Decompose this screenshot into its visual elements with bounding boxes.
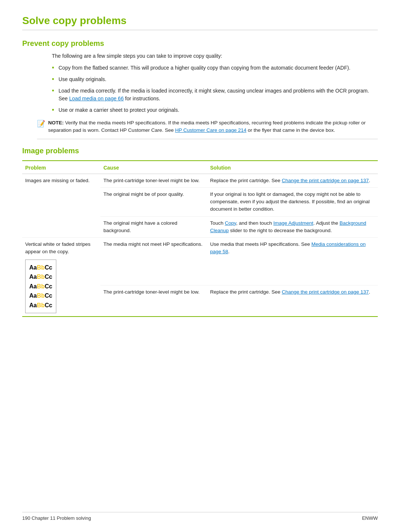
- problem-cell-1: Images are missing or faded.: [22, 174, 100, 238]
- section1-heading: Prevent copy problems: [22, 39, 378, 48]
- sol2-text-before: Use media that meets HP specifications. …: [210, 241, 311, 247]
- change-cartridge-link-1[interactable]: Change the print cartridge on page 137: [282, 178, 369, 183]
- font-sample-box: AaBbCc AaBbCc AaBbCc AaBbCc AaBbCc: [25, 260, 56, 314]
- table-row: Vertical white or faded stripes appear o…: [22, 238, 378, 285]
- problem-cell-2: Vertical white or faded stripes appear o…: [22, 238, 100, 317]
- page-footer: 190 Chapter 11 Problem solving ENWW: [22, 512, 378, 521]
- col-header-problem: Problem: [22, 161, 100, 174]
- col-header-solution: Solution: [207, 161, 378, 174]
- sol-text-4: slider to the right to decrease the back…: [229, 228, 331, 233]
- section-prevent-copy-problems: Prevent copy problems The following are …: [22, 39, 378, 139]
- solution-cell-1-1: Replace the print cartridge. See Change …: [207, 174, 378, 187]
- copy-link[interactable]: Copy: [225, 220, 236, 226]
- solution-cell-1-3: Touch Copy, and then touch Image Adjustm…: [207, 216, 378, 238]
- section1-intro: The following are a few simple steps you…: [52, 53, 378, 59]
- section-image-problems: Image problems Problem Cause Solution Im…: [22, 147, 378, 317]
- sol3-text-after: .: [369, 289, 370, 295]
- sol3-text-before: Replace the print cartridge. See: [210, 289, 282, 295]
- list-item: Load the media correctly. If the media i…: [52, 87, 378, 103]
- note-icon: 📝: [37, 120, 45, 128]
- section2-heading: Image problems: [22, 147, 378, 155]
- cause-cell-2-2: The print-cartridge toner-level might be…: [100, 285, 207, 317]
- note-label: NOTE:: [48, 120, 64, 126]
- page-title: Solve copy problems: [22, 15, 378, 30]
- load-media-link[interactable]: Load media on page 66: [69, 96, 124, 101]
- problems-table: Problem Cause Solution Images are missin…: [22, 160, 378, 317]
- table-row: Images are missing or faded. The print-c…: [22, 174, 378, 187]
- cause-cell-1-3: The original might have a colored backgr…: [100, 216, 207, 238]
- sol-text-2: , and then touch: [236, 220, 273, 226]
- solution-cell-2-1: Use media that meets HP specifications. …: [207, 238, 378, 285]
- cause-cell-1-1: The print-cartridge toner-level might be…: [100, 174, 207, 187]
- sol-text-1: Touch: [210, 220, 225, 226]
- footer-left: 190 Chapter 11 Problem solving: [22, 515, 91, 521]
- change-cartridge-link-2[interactable]: Change the print cartridge on page 137: [282, 289, 369, 295]
- footer-right: ENWW: [362, 515, 378, 521]
- image-adjustment-link[interactable]: Image Adjustment: [273, 220, 313, 226]
- col-header-cause: Cause: [100, 161, 207, 174]
- sol2-text-after: .: [228, 249, 230, 254]
- solution-text-before: Replace the print cartridge. See: [210, 178, 282, 183]
- cause-cell-2-1: The media might not meet HP specificatio…: [100, 238, 207, 285]
- note-text: NOTE: Verify that the media meets HP spe…: [48, 119, 378, 134]
- note-box: 📝 NOTE: Verify that the media meets HP s…: [37, 119, 378, 139]
- bullet-list: Copy from the flatbed scanner. This will…: [52, 64, 378, 114]
- cause-cell-1-2: The original might be of poor quality.: [100, 187, 207, 216]
- list-item: Copy from the flatbed scanner. This will…: [52, 64, 378, 72]
- solution-text-after: .: [369, 178, 370, 183]
- note-end: or the flyer that came in the device box…: [246, 127, 335, 133]
- list-item: Use or make a carrier sheet to protect y…: [52, 106, 378, 114]
- solution-cell-1-2: If your original is too light or damaged…: [207, 187, 378, 216]
- table-header-row: Problem Cause Solution: [22, 161, 378, 174]
- bullet3-text-after: for instructions.: [124, 96, 160, 101]
- hp-customer-care-link[interactable]: HP Customer Care on page 214: [175, 127, 247, 133]
- sol-text-3: . Adjust the: [313, 220, 340, 226]
- list-item: Use quality originals.: [52, 76, 378, 83]
- solution-cell-2-2: Replace the print cartridge. See Change …: [207, 285, 378, 317]
